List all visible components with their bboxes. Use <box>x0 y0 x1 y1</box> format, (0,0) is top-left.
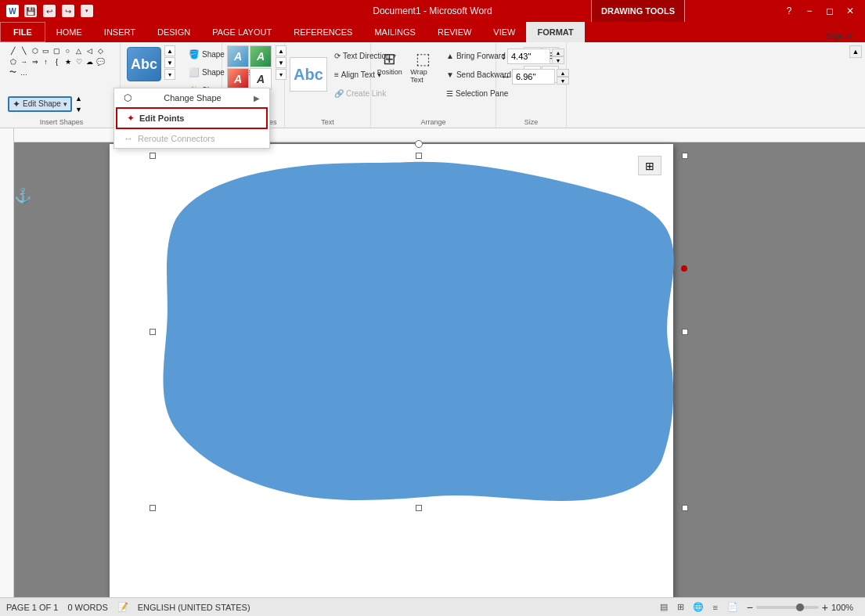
selection-pane-icon: ☰ <box>446 89 453 98</box>
wordart-style3[interactable]: A <box>227 68 249 90</box>
shape-star[interactable]: ★ <box>63 56 73 67</box>
shape-penta[interactable]: ⬠ <box>8 56 18 67</box>
edit-shape-button[interactable]: ✦ Edit Shape ▾ <box>8 96 72 112</box>
shape-cloud[interactable]: ☁ <box>85 56 95 67</box>
style-scroll-down[interactable]: ▼ <box>164 57 175 68</box>
shape-fill-icon: 🪣 <box>189 49 200 59</box>
send-backward-icon: ▼ <box>446 70 454 79</box>
shape-oval[interactable]: ○ <box>63 45 73 56</box>
redo-icon[interactable]: ↪ <box>62 5 74 17</box>
height-row: ↕ ▲ ▼ <box>501 49 569 64</box>
shape-rtriangle[interactable]: ◁ <box>85 45 95 56</box>
tab-format[interactable]: FORMAT <box>526 22 584 42</box>
status-right: ▤ ⊞ 🌐 ≡ 📄 − + 100% <box>656 600 859 614</box>
tab-references[interactable]: REFERENCES <box>283 22 363 42</box>
dropdown-item-edit-points[interactable]: ✦ Edit Points <box>116 107 268 129</box>
shape-line2[interactable]: ╲ <box>19 45 29 56</box>
handle-middle-left[interactable] <box>150 329 156 335</box>
sign-in-button[interactable]: Sign in <box>820 30 859 42</box>
height-decrement[interactable]: ▼ <box>552 56 564 64</box>
minimize-button[interactable]: − <box>801 4 818 18</box>
word-count: 0 WORDS <box>67 603 107 612</box>
shape-arrow3[interactable]: ⇒ <box>30 56 40 67</box>
height-icon: ↕ <box>501 51 506 62</box>
ribbon-group-text: Abc ⟳ Text Direction ▾ ≡ Align Text ▾ 🔗 … <box>285 42 371 128</box>
shape-heart[interactable]: ♡ <box>74 56 84 67</box>
close-button[interactable]: ✕ <box>842 4 859 18</box>
shape-scroll-down[interactable]: ▼ <box>74 104 84 114</box>
tab-view[interactable]: VIEW <box>482 22 526 42</box>
view-print-layout[interactable]: ▤ <box>656 600 672 614</box>
width-decrement[interactable]: ▼ <box>557 77 569 85</box>
handle-bottom-left[interactable] <box>150 505 156 511</box>
restore-button[interactable]: ◻ <box>821 4 838 18</box>
tab-insert[interactable]: INSERT <box>93 22 146 42</box>
width-increment[interactable]: ▲ <box>557 69 569 77</box>
view-full-reading[interactable]: ⊞ <box>673 600 689 614</box>
height-input[interactable] <box>507 49 550 64</box>
zoom-out-button[interactable]: − <box>747 601 753 614</box>
height-increment[interactable]: ▲ <box>552 49 564 56</box>
tab-design[interactable]: DESIGN <box>146 22 201 42</box>
shape-triangle[interactable]: △ <box>74 45 84 56</box>
shape-arrow1[interactable]: ⬡ <box>30 45 40 56</box>
handle-bottom-center[interactable] <box>416 505 422 511</box>
status-bar: PAGE 1 OF 1 0 WORDS 📝 ENGLISH (UNITED ST… <box>0 597 865 616</box>
zoom-slider[interactable] <box>756 606 819 609</box>
language-indicator[interactable]: ENGLISH (UNITED STATES) <box>138 603 250 612</box>
tab-home[interactable]: HOME <box>45 22 93 42</box>
shape-round-rect[interactable]: ▢ <box>52 45 62 56</box>
shape-diamond[interactable]: ◇ <box>96 45 106 56</box>
text-style-box[interactable]: Abc <box>290 57 327 92</box>
shape-style-abc1[interactable]: Abc <box>127 47 161 81</box>
shape-arrow2[interactable]: → <box>19 56 29 67</box>
zoom-in-button[interactable]: + <box>822 601 828 614</box>
bring-forward-icon: ▲ <box>446 52 454 60</box>
wordart-style2[interactable]: A <box>250 45 272 67</box>
shape-svg[interactable] <box>153 156 685 508</box>
position-button[interactable]: ⊞ Position <box>376 47 403 86</box>
zoom-level[interactable]: 100% <box>831 603 859 612</box>
shape-line[interactable]: ╱ <box>8 45 18 56</box>
shape-rect[interactable]: ▭ <box>41 45 51 56</box>
ribbon-collapse-button[interactable]: ▲ <box>849 45 862 58</box>
shape-curly[interactable]: { <box>52 56 62 67</box>
handle-top-center[interactable] <box>416 153 422 159</box>
shape-more[interactable]: … <box>19 67 29 77</box>
handle-bottom-right[interactable] <box>682 505 688 511</box>
handle-middle-right[interactable] <box>682 329 688 335</box>
wordart-style4[interactable]: A <box>250 68 272 90</box>
shape-callout[interactable]: 💬 <box>96 56 106 67</box>
view-outline[interactable]: ≡ <box>708 600 723 614</box>
view-web-layout[interactable]: 🌐 <box>690 600 706 614</box>
ribbon-tabs: FILE HOME INSERT DESIGN PAGE LAYOUT REFE… <box>0 22 865 42</box>
tab-page-layout[interactable]: PAGE LAYOUT <box>201 22 283 42</box>
save-icon[interactable]: 💾 <box>24 5 37 17</box>
view-draft[interactable]: 📄 <box>725 600 741 614</box>
create-link-icon: 🔗 <box>334 89 344 98</box>
reroute-icon: ↔ <box>124 133 133 144</box>
help-button[interactable]: ? <box>780 4 798 18</box>
shape-wave[interactable]: 〜 <box>8 67 18 77</box>
handle-top-left[interactable] <box>150 153 156 159</box>
spelling-icon[interactable]: 📝 <box>117 602 128 612</box>
tab-mailings[interactable]: MAILINGS <box>363 22 427 42</box>
dropdown-item-change-shape[interactable]: ⬡ Change Shape ▶ <box>114 88 269 107</box>
style-scroll-up[interactable]: ▲ <box>164 45 175 56</box>
text-label: Text <box>285 118 370 126</box>
shape-arrow4[interactable]: ↑ <box>41 56 51 67</box>
customize-qat-icon[interactable]: ▾ <box>81 5 93 17</box>
handle-top-right[interactable] <box>682 153 688 159</box>
rotate-handle[interactable] <box>415 140 423 148</box>
width-input[interactable] <box>512 69 555 85</box>
tab-review[interactable]: REVIEW <box>427 22 482 42</box>
style-scroll-more[interactable]: ▾ <box>164 69 175 80</box>
shape-point-indicator <box>681 265 687 272</box>
undo-icon[interactable]: ↩ <box>43 5 56 17</box>
wordart-style1[interactable]: A <box>227 45 249 67</box>
tab-file[interactable]: FILE <box>0 22 45 42</box>
shape-outline-icon: ⬜ <box>189 67 200 77</box>
align-text-icon: ≡ <box>334 70 339 79</box>
shape-scroll-up[interactable]: ▲ <box>74 93 84 103</box>
wrap-text-button[interactable]: ⬚ Wrap Text <box>406 47 439 86</box>
